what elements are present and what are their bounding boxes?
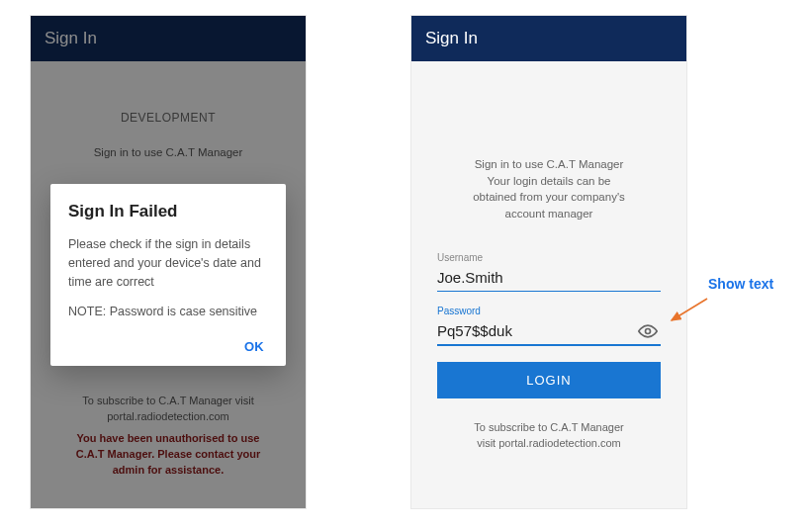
password-label: Password [437, 306, 661, 316]
dialog-ok-button[interactable]: OK [68, 333, 268, 356]
app-header: Sign In [411, 16, 686, 61]
intro-line2: Your login details can be [488, 175, 611, 187]
username-label: Username [437, 252, 661, 263]
svg-point-0 [646, 328, 651, 333]
signin-failed-dialog: Sign In Failed Please check if the sign … [50, 184, 286, 366]
eye-icon [638, 321, 658, 341]
annotation-show-text: Show text [708, 276, 773, 292]
intro-line4: account manager [505, 208, 593, 220]
password-field-block: Password [437, 306, 661, 346]
username-input[interactable] [437, 265, 661, 292]
sub-line2: visit portal.radiodetection.com [477, 437, 621, 449]
subscribe-text: To subscribe to C.A.T Manager visit port… [437, 420, 661, 452]
phone-right: Sign In Sign in to use C.A.T Manager You… [410, 15, 687, 509]
dialog-body-line2: NOTE: Password is case sensitive [68, 303, 268, 321]
login-form: Sign in to use C.A.T Manager Your login … [411, 61, 686, 452]
phone-left: Sign In DEVELOPMENT Sign in to use C.A.T… [30, 15, 307, 509]
username-field-block: Username [437, 252, 661, 292]
intro-line1: Sign in to use C.A.T Manager [475, 158, 624, 170]
login-button[interactable]: LOGIN [437, 362, 661, 398]
toggle-password-visibility[interactable] [635, 318, 661, 344]
dialog-title: Sign In Failed [68, 202, 268, 221]
intro-text: Sign in to use C.A.T Manager Your login … [437, 156, 661, 222]
password-input[interactable] [437, 318, 635, 344]
header-title: Sign In [425, 29, 478, 48]
dialog-body: Please check if the sign in details ente… [68, 235, 268, 321]
dialog-body-line1: Please check if the sign in details ente… [68, 235, 268, 291]
sub-line1: To subscribe to C.A.T Manager [474, 421, 623, 433]
intro-line3: obtained from your company's [473, 191, 625, 203]
